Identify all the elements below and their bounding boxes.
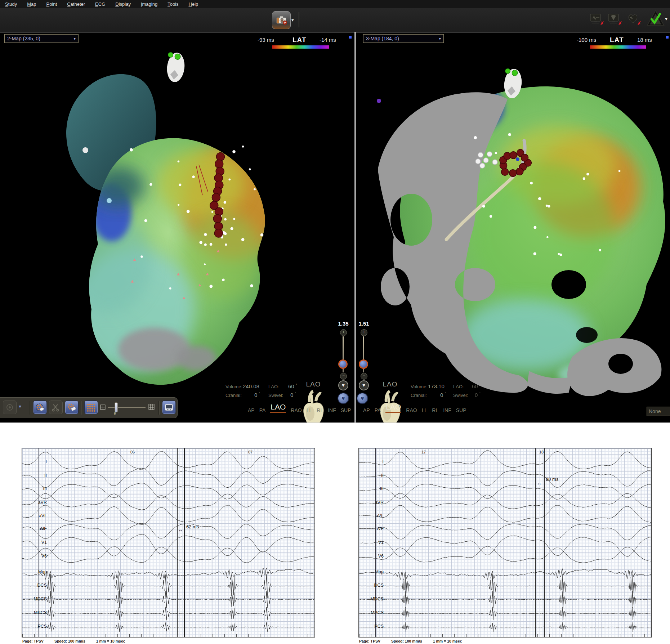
cranial-label: Cranial:: [411, 393, 427, 398]
ecg-panel-left[interactable]: IIIIIIaVRaVLaVFV1V6MapDCSMDCSMPCSPCS ms …: [22, 448, 315, 638]
caliper-line[interactable]: [177, 448, 178, 637]
fam-mesh-tool-button[interactable]: [33, 401, 47, 414]
map-3d-right[interactable]: [356, 32, 670, 422]
panel-collapse-chevron[interactable]: ▾: [665, 16, 667, 22]
caliper-line[interactable]: [535, 448, 536, 637]
lat-gradient-bar: [272, 45, 329, 49]
mesh-density-slider-track[interactable]: [108, 407, 146, 408]
zoom-in-button[interactable]: +: [340, 329, 347, 336]
orientation-button[interactable]: INF: [328, 407, 336, 413]
ecg-monitor-status-icon[interactable]: ✗: [590, 13, 602, 25]
zoom-out-button[interactable]: −: [361, 373, 367, 380]
ecg-channel-label: I: [28, 459, 47, 464]
record-tool-button[interactable]: [3, 401, 17, 414]
ultrasound-status-icon[interactable]: ✗: [608, 13, 620, 25]
map-selector-dropdown[interactable]: 2-Map (235, 0) ▾: [4, 34, 79, 43]
menu-item[interactable]: Point: [46, 1, 57, 7]
reference-unit-label: ms: [40, 526, 45, 531]
orientation-head-icon[interactable]: [165, 52, 186, 83]
cut-mesh-tool-button[interactable]: [49, 401, 63, 414]
orientation-button[interactable]: INF: [443, 407, 451, 413]
orientation-button[interactable]: LAO: [385, 403, 401, 413]
ecg-channel-label: MDCS: [365, 596, 384, 601]
map-selector-dropdown[interactable]: 3-Map (184, 0) ▾: [363, 34, 444, 43]
center-heart-button[interactable]: ♥: [359, 380, 369, 390]
toolbar-separator: [81, 401, 82, 415]
cranial-label: Cranial:: [225, 393, 242, 398]
ecg-panel-right[interactable]: IIIIIIaVRaVLaVFV1V6MapDCSMDCSMPCSPCS 171…: [358, 448, 652, 638]
mesh-density-tool-button[interactable]: [84, 401, 98, 414]
scale-min-label: -100 ms: [577, 37, 596, 43]
scale-label: 1 mm = 10 msec: [96, 639, 125, 643]
caliper-line[interactable]: [544, 448, 545, 637]
mesh-density-slider-handle[interactable]: [115, 402, 118, 412]
orientation-button[interactable]: RL: [317, 407, 323, 413]
menu-item[interactable]: ECG: [95, 1, 105, 7]
menu-item[interactable]: Help: [189, 1, 198, 7]
viewer-window-button[interactable]: [162, 401, 176, 414]
heart-orientation-button[interactable]: ♥: [357, 393, 368, 404]
orientation-button[interactable]: RAO: [406, 407, 417, 413]
ecg-channel-label: I: [365, 459, 384, 464]
zoom-in-button[interactable]: +: [361, 329, 367, 336]
panel-corner-marker: [666, 36, 669, 39]
orientation-button[interactable]: RAO: [291, 407, 302, 413]
center-heart-button[interactable]: ♥: [338, 380, 348, 390]
snapshot-options-chevron[interactable]: ▾: [291, 17, 294, 23]
scale-title: LAT: [610, 36, 624, 44]
lao-value: 60 °: [288, 383, 297, 389]
menu-item[interactable]: Catheter: [67, 1, 85, 7]
menu-item[interactable]: Map: [27, 1, 36, 7]
erase-mesh-tool-button[interactable]: [65, 401, 79, 414]
zoom-value: 1.35: [335, 321, 351, 327]
map-3d-left[interactable]: [0, 32, 354, 422]
menu-item[interactable]: Imaging: [141, 1, 157, 7]
scale-max-label: 18 ms: [637, 37, 652, 43]
ecg-channel-label: V6: [28, 554, 47, 559]
heart-catheter-status-icon[interactable]: ✗: [627, 13, 639, 25]
orientation-button[interactable]: PA: [259, 407, 266, 413]
caliper-line[interactable]: [184, 448, 185, 637]
zoom-out-button[interactable]: −: [340, 373, 347, 380]
heart-reference-view[interactable]: LAO: [375, 380, 405, 422]
ecg-channel-label: aVL: [28, 513, 47, 518]
snapshot-camera-button[interactable]: [272, 11, 291, 29]
orientation-button[interactable]: LAO: [270, 403, 286, 413]
map-viewport-left[interactable]: 2-Map (235, 0) ▾ -93 ms LAT -14 ms 1.35 …: [0, 32, 354, 422]
orientation-button[interactable]: LL: [307, 407, 312, 413]
disconnected-x-badge: ✗: [618, 21, 622, 26]
heart-orientation-button[interactable]: ♥: [338, 393, 349, 404]
lat-color-scale[interactable]: -93 ms LAT -14 ms: [258, 36, 342, 48]
orientation-button[interactable]: RL: [432, 407, 438, 413]
menu-item[interactable]: Tools: [168, 1, 178, 7]
zoom-slider-handle[interactable]: [338, 359, 348, 369]
lat-color-scale[interactable]: -100 ms LAT 18 ms: [577, 36, 661, 48]
ecg-channel-label: V6: [365, 554, 384, 559]
tool-options-chevron[interactable]: ▾: [19, 403, 21, 409]
speed-label: Speed: 100 mm/s: [391, 639, 422, 643]
map-tools-toolbar: ▾: [0, 397, 178, 418]
disconnected-x-badge: ✗: [600, 21, 604, 26]
lao-value: 60 °: [472, 383, 481, 389]
orientation-button[interactable]: SUP: [456, 407, 466, 413]
zoom-slider-handle[interactable]: [359, 359, 368, 369]
heart-reference-view[interactable]: LAO: [298, 380, 329, 422]
ecg-footer-left: Page: TPSV Speed: 100 mm/s 1 mm = 10 mse…: [22, 639, 125, 643]
beat-number: 06: [130, 450, 135, 454]
time-tick-ruler: [22, 634, 314, 637]
scale-max-label: -14 ms: [320, 37, 336, 43]
orientation-button[interactable]: AP: [363, 407, 370, 413]
orientation-button[interactable]: LL: [422, 407, 428, 413]
map-selector-value: 3-Map (184, 0): [366, 36, 399, 41]
disconnected-x-badge: ✗: [637, 21, 641, 26]
caliper-measurement: 62 ms: [186, 524, 199, 529]
menu-item[interactable]: Display: [115, 1, 131, 7]
menu-item[interactable]: Study: [5, 1, 17, 7]
orientation-button[interactable]: AP: [248, 407, 255, 413]
orientation-button[interactable]: SUP: [341, 407, 351, 413]
ecg-channel-label: aVR: [28, 500, 47, 505]
ecg-channel-label: DCS: [365, 583, 384, 588]
map-viewport-right[interactable]: 3-Map (184, 0) ▾ -100 ms LAT 18 ms 1.51 …: [356, 32, 670, 422]
visibility-filter-dropdown[interactable]: None ▾: [647, 407, 670, 416]
orientation-button[interactable]: PA: [375, 407, 381, 413]
